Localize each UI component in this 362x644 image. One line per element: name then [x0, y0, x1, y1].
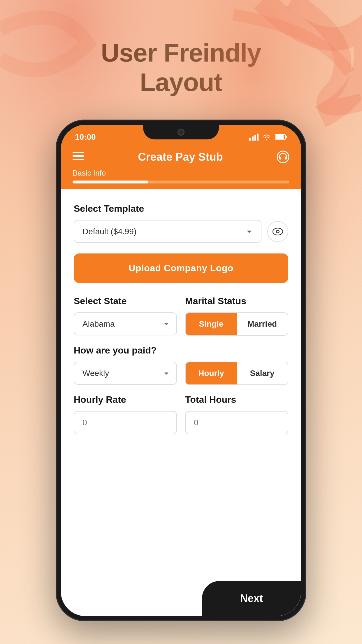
marital-married-button[interactable]: Married	[237, 313, 288, 335]
hamburger-menu-icon[interactable]	[73, 152, 84, 162]
status-time: 10:00	[75, 132, 96, 142]
pay-frequency-select[interactable]: Weekly Bi-Weekly Monthly	[74, 362, 177, 385]
pay-type-col: Hourly Salary	[185, 362, 288, 385]
state-col: Select State Alabama Alaska Arizona Cali…	[74, 296, 177, 336]
rate-hours-row: Hourly Rate Total Hours	[74, 394, 288, 434]
preview-template-button[interactable]	[267, 221, 288, 242]
svg-rect-5	[257, 134, 259, 141]
header-title: Create Pay Stub	[138, 151, 223, 163]
svg-rect-9	[73, 152, 84, 153]
svg-rect-13	[279, 157, 281, 160]
marital-status-label: Marital Status	[185, 296, 288, 307]
support-icon[interactable]	[277, 150, 289, 163]
content-area: Select Template Default ($4.99) Premium …	[61, 189, 301, 616]
svg-rect-4	[254, 135, 256, 141]
pay-question-label: How are you paid?	[74, 345, 288, 356]
marital-single-button[interactable]: Single	[186, 313, 237, 335]
upload-logo-button[interactable]: Upload Company Logo	[74, 253, 288, 283]
pay-type-hourly-button[interactable]: Hourly	[186, 362, 237, 384]
pay-type-toggle: Hourly Salary	[185, 362, 288, 385]
svg-rect-7	[286, 136, 287, 138]
page-title: User Freindly Layout	[0, 0, 362, 97]
total-hours-label: Total Hours	[185, 394, 288, 405]
hourly-rate-label: Hourly Rate	[74, 394, 177, 405]
total-hours-col: Total Hours	[185, 394, 288, 434]
svg-rect-8	[275, 135, 284, 139]
hourly-rate-col: Hourly Rate	[74, 394, 177, 434]
signal-icon	[249, 134, 259, 141]
svg-rect-3	[252, 136, 254, 141]
template-select-row: Default ($4.99) Premium ($9.99)	[74, 220, 288, 243]
marital-col: Marital Status Single Married	[185, 296, 288, 336]
svg-point-17	[277, 231, 279, 232]
wifi-icon	[262, 134, 271, 141]
next-button[interactable]: Next	[202, 581, 301, 616]
svg-rect-14	[285, 157, 287, 160]
template-select[interactable]: Default ($4.99) Premium ($9.99)	[74, 220, 261, 243]
app-header: Create Pay Stub Basic Info	[61, 145, 301, 189]
pay-freq-col: Weekly Bi-Weekly Monthly	[74, 362, 177, 385]
svg-rect-2	[249, 138, 251, 141]
status-icons	[249, 134, 287, 141]
select-template-label: Select Template	[74, 203, 288, 214]
svg-rect-10	[73, 155, 84, 157]
headset-icon	[277, 150, 289, 163]
basic-info-label: Basic Info	[73, 169, 289, 178]
phone-notch	[143, 125, 219, 139]
front-camera	[178, 129, 184, 136]
pay-type-salary-button[interactable]: Salary	[237, 362, 288, 384]
state-marital-row: Select State Alabama Alaska Arizona Cali…	[74, 296, 288, 336]
select-state-label: Select State	[74, 296, 177, 307]
next-button-label: Next	[240, 592, 263, 605]
pay-frequency-row: Weekly Bi-Weekly Monthly Hourly Salary	[74, 362, 288, 385]
svg-rect-11	[73, 159, 84, 160]
marital-status-toggle: Single Married	[185, 312, 288, 336]
eye-icon	[273, 228, 283, 235]
progress-bar-track	[73, 181, 289, 183]
hourly-rate-input[interactable]	[74, 411, 177, 434]
phone-mockup: 10:00	[56, 120, 306, 621]
svg-point-12	[277, 151, 289, 163]
menu-lines-icon	[73, 152, 84, 160]
state-select[interactable]: Alabama Alaska Arizona California Florid…	[74, 312, 177, 335]
total-hours-input[interactable]	[185, 411, 288, 434]
white-card: Select Template Default ($4.99) Premium …	[61, 189, 301, 616]
progress-bar-fill	[73, 181, 148, 183]
battery-icon	[275, 134, 287, 140]
